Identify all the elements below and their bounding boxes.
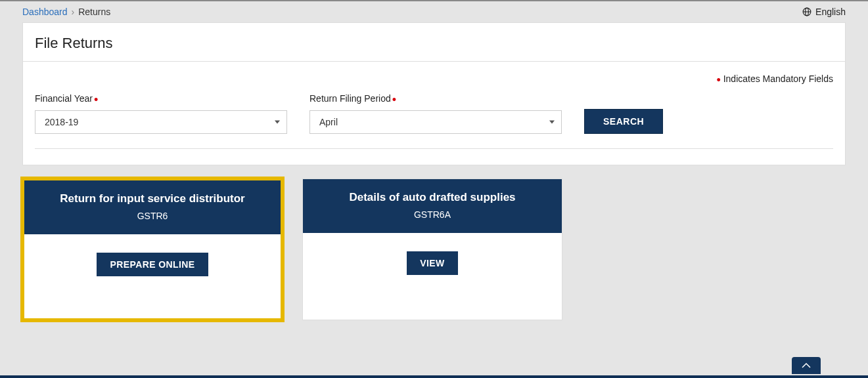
language-selector[interactable]: English [802, 7, 846, 17]
scroll-to-top-button[interactable] [792, 357, 821, 374]
file-returns-panel: File Returns • Indicates Mandatory Field… [22, 22, 846, 165]
return-period-select[interactable]: April [309, 110, 562, 134]
card-gstr6: Return for input service distributor GST… [22, 178, 283, 320]
required-indicator-icon: • [392, 93, 396, 106]
mandatory-note-text: Indicates Mandatory Fields [723, 74, 833, 84]
card-header: Return for input service distributor GST… [24, 180, 281, 234]
view-button[interactable]: VIEW [407, 251, 457, 275]
language-label: English [815, 7, 846, 17]
search-button[interactable]: SEARCH [584, 109, 663, 134]
return-cards-row: Return for input service distributor GST… [22, 178, 846, 320]
card-gstr6a: Details of auto drafted supplies GSTR6A … [302, 178, 562, 320]
card-code: GSTR6 [34, 211, 271, 221]
return-period-label: Return Filing Period• [309, 93, 562, 104]
mandatory-note: • Indicates Mandatory Fields [35, 74, 833, 84]
prepare-online-button[interactable]: PREPARE ONLINE [97, 253, 208, 276]
chevron-right-icon: › [72, 7, 75, 17]
required-indicator-icon: • [94, 93, 98, 106]
card-header: Details of auto drafted supplies GSTR6A [303, 179, 562, 233]
return-period-value: April [319, 117, 338, 127]
breadcrumb: Dashboard › Returns [22, 7, 110, 17]
globe-icon [802, 7, 811, 16]
chevron-down-icon [275, 121, 280, 124]
financial-year-select[interactable]: 2018-19 [35, 110, 287, 134]
card-title: Details of auto drafted supplies [312, 191, 553, 204]
financial-year-label: Financial Year• [35, 93, 287, 104]
breadcrumb-current: Returns [78, 7, 110, 17]
financial-year-value: 2018-19 [45, 117, 78, 127]
card-code: GSTR6A [312, 209, 553, 220]
card-title: Return for input service distributor [34, 192, 271, 205]
chevron-down-icon [549, 121, 555, 124]
breadcrumb-root-link[interactable]: Dashboard [22, 7, 68, 17]
required-indicator-icon: • [716, 74, 720, 87]
page-title: File Returns [23, 23, 845, 62]
chevron-up-icon [800, 362, 812, 369]
footer-band [0, 375, 868, 378]
filter-form: Financial Year• 2018-19 Return Filing Pe… [35, 93, 833, 149]
